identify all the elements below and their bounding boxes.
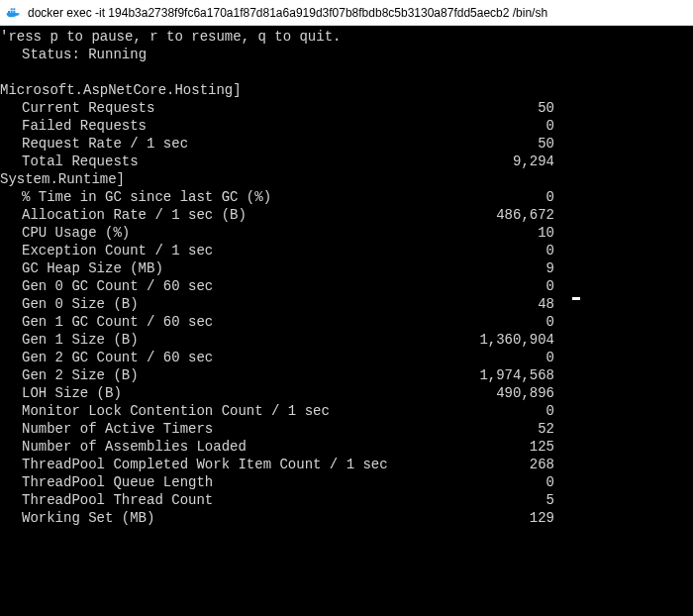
counter-value: 268: [455, 456, 554, 473]
svg-rect-3: [11, 8, 13, 10]
counter-value: 129: [455, 509, 554, 527]
counter-label: GC Heap Size (MB): [0, 259, 455, 277]
counter-row: Allocation Rate / 1 sec (B)486,672: [0, 206, 693, 224]
counter-value: 5: [455, 491, 554, 509]
counter-value: 490,896: [455, 384, 554, 402]
terminal-cursor: [572, 297, 580, 300]
counter-value: 0: [455, 313, 554, 331]
counter-value: 50: [455, 135, 554, 153]
counter-value: 9,294: [455, 153, 554, 170]
counter-row: ThreadPool Thread Count5: [0, 491, 693, 509]
blank-line: [0, 63, 693, 81]
counter-row: Gen 2 GC Count / 60 sec0: [0, 349, 693, 366]
counter-row: Gen 0 GC Count / 60 sec0: [0, 277, 693, 295]
counter-value: 125: [455, 438, 554, 456]
counter-value: 0: [455, 473, 554, 491]
counter-label: Current Requests: [0, 99, 455, 117]
counter-value: 1,974,568: [455, 366, 554, 384]
counter-value: 0: [455, 117, 554, 135]
counter-row: Gen 1 GC Count / 60 sec0: [0, 313, 693, 331]
counter-value: 48: [455, 295, 554, 313]
counter-label: Gen 0 GC Count / 60 sec: [0, 277, 455, 295]
counter-label: Number of Assemblies Loaded: [0, 438, 455, 456]
counter-row: Number of Active Timers52: [0, 420, 693, 438]
counter-label: Exception Count / 1 sec: [0, 242, 455, 259]
counter-label: Gen 2 GC Count / 60 sec: [0, 349, 455, 366]
svg-rect-0: [8, 11, 10, 13]
counter-label: Gen 2 Size (B): [0, 366, 455, 384]
counter-label: ThreadPool Completed Work Item Count / 1…: [0, 456, 455, 473]
section-header: Microsoft.AspNetCore.Hosting]: [0, 81, 693, 99]
counter-row: Request Rate / 1 sec50: [0, 135, 693, 153]
section-header: System.Runtime]: [0, 170, 693, 188]
counter-row: Monitor Lock Contention Count / 1 sec0: [0, 402, 693, 420]
counter-label: Failed Requests: [0, 117, 455, 135]
counter-value: 0: [455, 242, 554, 259]
svg-rect-4: [13, 8, 15, 10]
svg-rect-1: [11, 11, 13, 13]
counter-row: Working Set (MB)129: [0, 509, 693, 527]
docker-whale-icon: [6, 5, 22, 21]
counter-label: Total Requests: [0, 153, 455, 170]
svg-rect-2: [13, 11, 15, 13]
counter-label: % Time in GC since last GC (%): [0, 188, 455, 206]
counter-label: Monitor Lock Contention Count / 1 sec: [0, 402, 455, 420]
counter-label: Number of Active Timers: [0, 420, 455, 438]
counter-label: Working Set (MB): [0, 509, 455, 527]
window-titlebar[interactable]: docker exec -it 194b3a2738f9fc6a170a1f87…: [0, 0, 693, 26]
counter-row: Number of Assemblies Loaded125: [0, 438, 693, 456]
counter-row: Total Requests9,294: [0, 153, 693, 170]
counter-label: Gen 0 Size (B): [0, 295, 455, 313]
counter-value: 10: [455, 224, 554, 242]
counter-value: 9: [455, 259, 554, 277]
counter-value: 1,360,904: [455, 331, 554, 349]
counter-row: % Time in GC since last GC (%)0: [0, 188, 693, 206]
status-line: Status: Running: [0, 46, 693, 63]
counter-row: ThreadPool Queue Length0: [0, 473, 693, 491]
counter-row: Gen 1 Size (B)1,360,904: [0, 331, 693, 349]
counter-value: 0: [455, 277, 554, 295]
counter-row: CPU Usage (%)10: [0, 224, 693, 242]
counter-value: 0: [455, 188, 554, 206]
counter-value: 486,672: [455, 206, 554, 224]
counter-row: Gen 0 Size (B)48: [0, 295, 693, 313]
counter-label: Allocation Rate / 1 sec (B): [0, 206, 455, 224]
counter-value: 50: [455, 99, 554, 117]
window-title-text: docker exec -it 194b3a2738f9fc6a170a1f87…: [28, 6, 547, 20]
counter-row: ThreadPool Completed Work Item Count / 1…: [0, 456, 693, 473]
counter-value: 0: [455, 349, 554, 366]
counter-label: LOH Size (B): [0, 384, 455, 402]
counter-row: Gen 2 Size (B)1,974,568: [0, 366, 693, 384]
counter-row: Current Requests50: [0, 99, 693, 117]
counter-value: 52: [455, 420, 554, 438]
counter-label: ThreadPool Thread Count: [0, 491, 455, 509]
terminal-output[interactable]: 'ress p to pause, r to resume, q to quit…: [0, 26, 693, 616]
counter-row: Exception Count / 1 sec0: [0, 242, 693, 259]
counter-label: Gen 1 Size (B): [0, 331, 455, 349]
counter-label: ThreadPool Queue Length: [0, 473, 455, 491]
counter-row: LOH Size (B)490,896: [0, 384, 693, 402]
help-line: 'ress p to pause, r to resume, q to quit…: [0, 28, 693, 46]
counter-label: Gen 1 GC Count / 60 sec: [0, 313, 455, 331]
counter-label: CPU Usage (%): [0, 224, 455, 242]
counter-row: Failed Requests0: [0, 117, 693, 135]
counter-row: GC Heap Size (MB)9: [0, 259, 693, 277]
counter-value: 0: [455, 402, 554, 420]
counter-label: Request Rate / 1 sec: [0, 135, 455, 153]
